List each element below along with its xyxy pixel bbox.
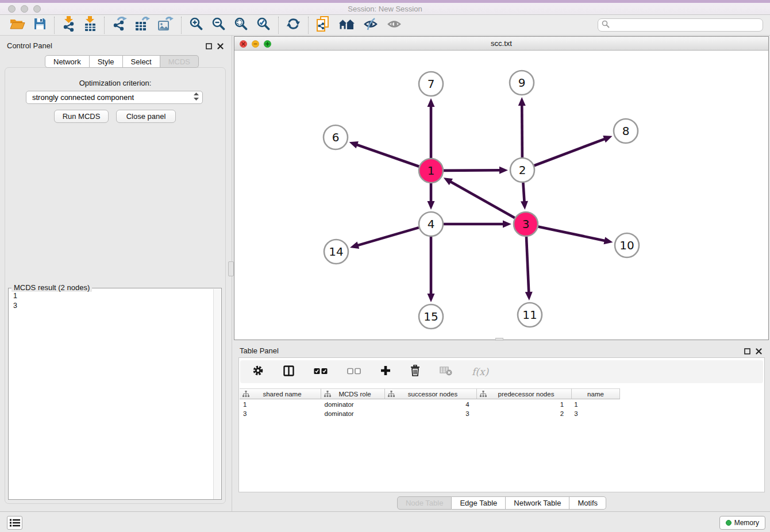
float-panel-icon[interactable] bbox=[744, 346, 750, 357]
network-frame-titlebar: scc.txt bbox=[234, 37, 768, 51]
graph-node-label: 10 bbox=[619, 238, 634, 252]
table-cell: 3 bbox=[384, 410, 476, 417]
home-views-icon bbox=[338, 18, 355, 33]
task-history-button[interactable] bbox=[7, 516, 22, 530]
splitter-grip[interactable] bbox=[228, 261, 234, 276]
column-header-name[interactable]: name bbox=[572, 388, 620, 399]
graph-edge-3-10[interactable] bbox=[538, 227, 606, 241]
export-network-icon bbox=[112, 17, 127, 34]
save-session-button[interactable] bbox=[29, 16, 51, 34]
plus-icon bbox=[380, 365, 391, 378]
graph-edge-arrowhead bbox=[350, 242, 359, 249]
zoom-in-button[interactable] bbox=[185, 16, 207, 34]
table-panel-tabs: Node Table Edge Table Network Table Moti… bbox=[397, 496, 606, 510]
close-panel-icon[interactable] bbox=[756, 346, 762, 357]
export-network-button[interactable] bbox=[108, 16, 131, 34]
export-image-button[interactable] bbox=[154, 16, 178, 34]
network-canvas[interactable]: 7968124314101511 bbox=[234, 51, 768, 340]
show-columns-button[interactable] bbox=[279, 363, 298, 381]
memory-status-dot bbox=[726, 520, 732, 526]
export-image-icon bbox=[158, 17, 174, 34]
graph-node-label: 1 bbox=[428, 164, 435, 178]
home-views-button[interactable] bbox=[334, 16, 359, 34]
clone-network-button[interactable] bbox=[312, 16, 334, 34]
zoom-selected-button[interactable] bbox=[252, 16, 275, 34]
column-header-successor-nodes[interactable]: successor nodes bbox=[385, 388, 477, 399]
toolbar-separator bbox=[308, 17, 309, 34]
search-field[interactable] bbox=[598, 18, 763, 32]
hide-eye-button[interactable] bbox=[359, 16, 383, 34]
add-column-button[interactable] bbox=[376, 363, 395, 381]
result-scrollbar[interactable] bbox=[213, 289, 221, 499]
tab-edge-table[interactable]: Edge Table bbox=[452, 496, 506, 510]
mcds-result-item[interactable]: 3 bbox=[9, 301, 221, 311]
list-icon bbox=[10, 519, 20, 527]
graph-edge-4-14[interactable] bbox=[357, 228, 419, 246]
graph-edge-arrowhead bbox=[428, 201, 435, 210]
toolbar-separator bbox=[181, 17, 182, 34]
graph-edge-3-11[interactable] bbox=[526, 237, 529, 294]
criterion-dropdown-value: strongly connected component bbox=[32, 93, 194, 102]
close-panel-icon[interactable] bbox=[217, 41, 224, 52]
window-title: Session: New Session bbox=[0, 5, 770, 13]
graph-edge-2-9[interactable] bbox=[522, 104, 522, 157]
tab-network[interactable]: Network bbox=[45, 55, 90, 68]
network-graph[interactable]: 7968124314101511 bbox=[234, 51, 768, 340]
memory-button[interactable]: Memory bbox=[719, 516, 765, 530]
graph-edge-arrowhead bbox=[499, 167, 508, 174]
import-table-button[interactable] bbox=[80, 16, 101, 34]
zoom-selected-magnifier-icon bbox=[256, 17, 271, 33]
graph-edge-2-3[interactable] bbox=[523, 183, 524, 203]
graph-edge-3-1[interactable] bbox=[449, 181, 515, 218]
delete-table-button[interactable] bbox=[436, 363, 456, 381]
export-table-button[interactable] bbox=[131, 16, 154, 34]
float-panel-icon[interactable] bbox=[206, 41, 212, 52]
import-network-button[interactable] bbox=[58, 16, 80, 34]
window-titlebar: Session: New Session bbox=[0, 0, 770, 15]
run-mcds-button[interactable]: Run MCDS bbox=[54, 110, 109, 123]
refresh-button[interactable] bbox=[282, 16, 305, 34]
graph-edge-1-2[interactable] bbox=[444, 170, 501, 171]
graph-node-label: 4 bbox=[428, 217, 435, 231]
table-toolbar: f(x) bbox=[240, 360, 763, 383]
control-panel-header: Control Panel bbox=[0, 36, 230, 53]
graph-edge-1-6[interactable] bbox=[356, 144, 419, 167]
deselect-all-button[interactable] bbox=[343, 363, 365, 381]
toolbar-separator bbox=[104, 17, 105, 34]
graph-edge-arrowhead bbox=[518, 97, 526, 106]
search-input[interactable] bbox=[612, 21, 759, 29]
table-row[interactable]: 3dominator323 bbox=[240, 409, 619, 418]
delete-column-button[interactable] bbox=[406, 363, 424, 381]
control-panel-tabs: Network Style Select MCDS bbox=[45, 55, 199, 68]
tab-node-table[interactable]: Node Table bbox=[397, 496, 452, 510]
criterion-dropdown[interactable]: strongly connected component bbox=[26, 91, 203, 104]
table-cell: 1 bbox=[476, 401, 571, 408]
column-header-predecessor-nodes[interactable]: predecessor nodes bbox=[477, 388, 572, 399]
tab-motifs[interactable]: Motifs bbox=[569, 496, 606, 510]
application-window: Session: New Session bbox=[0, 0, 770, 532]
column-header-shared-name[interactable]: shared name bbox=[240, 388, 321, 399]
close-panel-button[interactable]: Close panel bbox=[116, 110, 176, 123]
frame-resize-grip[interactable] bbox=[495, 338, 503, 341]
graph-edge-arrowhead bbox=[603, 136, 612, 142]
select-all-button[interactable] bbox=[310, 363, 332, 381]
graph-edge-arrowhead bbox=[349, 141, 359, 148]
tab-mcds[interactable]: MCDS bbox=[160, 55, 199, 68]
tab-select[interactable]: Select bbox=[123, 55, 160, 68]
open-folder-icon bbox=[10, 18, 25, 33]
table-row[interactable]: 1dominator411 bbox=[240, 400, 619, 409]
save-floppy-icon bbox=[33, 17, 47, 33]
mcds-result-item[interactable]: 1 bbox=[9, 291, 221, 301]
table-settings-button[interactable] bbox=[248, 363, 268, 381]
graph-edge-2-8[interactable] bbox=[534, 138, 606, 165]
tab-style[interactable]: Style bbox=[90, 55, 123, 68]
mcds-result-group: MCDS result (2 nodes) 1 3 bbox=[8, 288, 222, 500]
column-header-mcds-role[interactable]: MCDS role bbox=[321, 388, 385, 399]
show-eye-button[interactable] bbox=[383, 16, 406, 34]
graph-edge-arrowhead bbox=[521, 201, 528, 210]
function-builder-button[interactable]: f(x) bbox=[468, 363, 492, 381]
open-session-button[interactable] bbox=[6, 16, 29, 34]
zoom-fit-button[interactable] bbox=[230, 16, 252, 34]
zoom-out-button[interactable] bbox=[207, 16, 230, 34]
tab-network-table[interactable]: Network Table bbox=[506, 496, 569, 510]
